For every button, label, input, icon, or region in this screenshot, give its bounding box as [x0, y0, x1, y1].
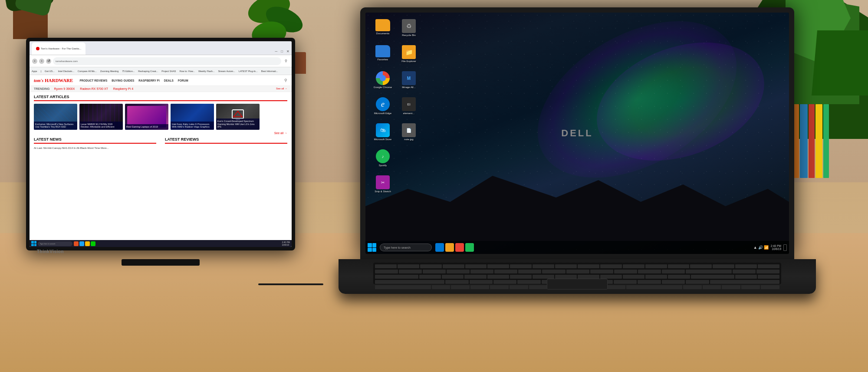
store-icon[interactable] [91, 241, 95, 246]
key-q[interactable] [419, 275, 441, 279]
desktop-icon-documents[interactable]: Documents [372, 19, 394, 41]
key-2[interactable] [423, 270, 446, 273]
key-f3[interactable] [443, 264, 464, 268]
key-lshift[interactable] [375, 285, 431, 289]
key-equals[interactable] [662, 270, 685, 273]
win-start-monitor[interactable] [31, 241, 36, 246]
key-b[interactable] [510, 285, 528, 289]
nav-raspberry-pi[interactable]: RASPBERRY PI [138, 79, 159, 82]
key-numpad-minus[interactable] [761, 285, 779, 289]
key-f12[interactable] [645, 264, 667, 268]
key-tab[interactable] [375, 275, 418, 279]
trending-raspberry[interactable]: Raspberry Pi 4 [113, 87, 133, 90]
key-pause[interactable] [713, 264, 734, 268]
key-7[interactable] [542, 270, 565, 273]
bookmark-1[interactable]: Get US... [45, 70, 55, 72]
key-backslash[interactable] [691, 275, 734, 279]
trending-ryzen[interactable]: Ryzen 9 3900X [54, 87, 75, 90]
bookmark-apps[interactable]: Apps [32, 70, 37, 72]
key-f9[interactable] [578, 264, 599, 268]
bookmark-12[interactable]: Best Informati... [261, 70, 278, 72]
key-l[interactable] [638, 280, 661, 284]
key-9[interactable] [590, 270, 613, 273]
key-i[interactable] [578, 275, 599, 279]
news-item-1[interactable]: At Last: Nit-Hid-Canopy-NH1-D14 In All-B… [34, 146, 156, 150]
key-z[interactable] [432, 285, 450, 289]
bookmark-5[interactable]: 75 Edition... [122, 70, 135, 72]
windows-start-button[interactable] [368, 243, 376, 252]
key-0[interactable] [614, 270, 637, 273]
key-f11[interactable] [623, 264, 644, 268]
key-o[interactable] [600, 275, 622, 279]
key-tilde[interactable] [375, 270, 398, 273]
key-s[interactable] [470, 280, 493, 284]
ie-icon[interactable] [74, 241, 79, 246]
key-3[interactable] [447, 270, 470, 273]
bookmark-10[interactable]: Stream Autom... [218, 70, 235, 72]
key-enter[interactable] [710, 280, 779, 284]
trending-radeon[interactable]: Radeon RX 5700 XT [80, 87, 108, 90]
desktop-icon-explorer[interactable]: 📁 File Explorer [398, 45, 420, 67]
desktop-icon-google-chrome[interactable]: Google Chrome [372, 71, 394, 93]
taskbar-spotify-icon[interactable] [465, 243, 474, 252]
key-f6[interactable] [510, 264, 532, 268]
close-icon[interactable]: ✕ [286, 49, 289, 53]
key-v[interactable] [490, 285, 509, 289]
bookmark-7[interactable]: Project SAAS [161, 70, 176, 72]
key-e[interactable] [464, 275, 486, 279]
bookmark-2[interactable]: Intel Disclaim... [58, 70, 74, 72]
key-rshift[interactable] [626, 285, 682, 289]
desktop-icon-element[interactable]: El element... [398, 97, 420, 119]
bookmark-9[interactable]: Weekly Flash... [198, 70, 215, 72]
key-prtsc[interactable] [668, 264, 690, 268]
reload-button[interactable]: ↺ [46, 59, 51, 64]
desktop-icon-spotify[interactable]: ♪ Spotify [372, 149, 394, 171]
nav-product-reviews[interactable]: PRODUCT REVIEWS [79, 79, 107, 82]
key-end[interactable] [735, 275, 757, 279]
nav-deals[interactable]: DEALS [164, 79, 174, 82]
key-t[interactable] [510, 275, 532, 279]
bookmark-8[interactable]: How to: How... [179, 70, 194, 72]
key-f4[interactable] [465, 264, 487, 268]
key-a[interactable] [445, 280, 468, 284]
forward-button[interactable]: › [39, 59, 44, 64]
key-p[interactable] [623, 275, 644, 279]
see-all-trending[interactable]: See all → [276, 87, 287, 90]
bookmark-6[interactable]: Reshaping Creat... [138, 70, 158, 72]
taskbar-edge-icon[interactable] [435, 243, 444, 252]
key-semicolon[interactable] [662, 280, 685, 284]
key-numlock[interactable] [703, 285, 721, 289]
nav-buying-guides[interactable]: BUYING GUIDES [112, 79, 134, 82]
maximize-icon[interactable]: □ [281, 49, 283, 53]
key-k[interactable] [614, 280, 637, 284]
article-card-1[interactable]: Exclusive: Microsoft's New Surfaces Use … [34, 104, 77, 130]
key-5[interactable] [494, 270, 517, 273]
key-numpad-star[interactable] [741, 285, 760, 289]
article-card-3[interactable]: Best Gaming Laptops of 2019 [125, 104, 168, 130]
desktop-icon-snip[interactable]: ✂ Snip & Sketch [372, 175, 394, 197]
desktop-icon-recycle[interactable]: ♻ Recycle Bin [398, 19, 420, 41]
key-c[interactable] [470, 285, 489, 289]
folder-icon[interactable] [85, 241, 90, 246]
key-del[interactable] [758, 264, 779, 268]
key-f10[interactable] [600, 264, 622, 268]
article-card-5[interactable]: Eve's Crowd-Developed Spectrum Gaming Mo… [216, 104, 260, 130]
key-f5[interactable] [487, 264, 509, 268]
key-6[interactable] [518, 270, 541, 273]
desktop-icon-microsoft-store[interactable]: 🛍 Microsoft Store [372, 123, 394, 145]
nav-forum[interactable]: FORUM [178, 79, 188, 82]
key-lbracket[interactable] [645, 275, 667, 279]
desktop-icon-edge[interactable]: e Microsoft Edge [372, 97, 394, 119]
search-icon-site[interactable]: ⚲ [284, 78, 287, 82]
key-capslock[interactable] [375, 280, 444, 284]
key-4[interactable] [470, 270, 493, 273]
key-numpad-slash[interactable] [722, 285, 740, 289]
key-1[interactable] [399, 270, 422, 273]
key-f7[interactable] [533, 264, 554, 268]
url-bar[interactable]: tomshardware.com [53, 57, 281, 65]
key-f2[interactable] [420, 264, 442, 268]
key-scroll[interactable] [690, 264, 712, 268]
key-f1[interactable] [398, 264, 419, 268]
key-minus[interactable] [638, 270, 661, 273]
key-n[interactable] [529, 285, 548, 289]
